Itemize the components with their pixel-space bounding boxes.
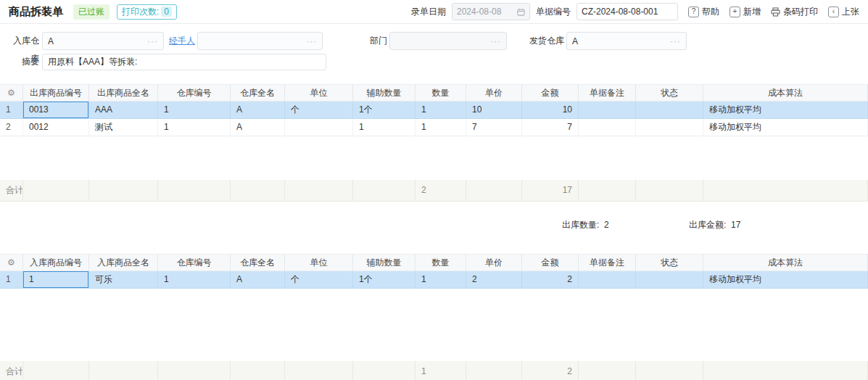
row-number: 2 [0, 119, 23, 136]
picker-ellipsis-icon[interactable]: ··· [670, 36, 681, 46]
cell-name[interactable]: 测试 [89, 119, 158, 136]
total-cell [158, 361, 231, 380]
help-button[interactable]: ? 帮助 [688, 6, 719, 18]
cell-qty[interactable]: 1 [416, 271, 466, 289]
printer-icon [771, 7, 780, 17]
cell-wh-name[interactable]: A [231, 271, 285, 289]
total-qty: 1 [416, 361, 466, 380]
total-amount: 2 [522, 361, 579, 380]
picker-ellipsis-icon[interactable]: ··· [147, 36, 158, 46]
cell-aux-qty[interactable]: 1个 [353, 271, 416, 289]
cell-wh-name[interactable]: A [231, 102, 285, 119]
cell-amount[interactable]: 10 [522, 102, 579, 119]
doc-no-value[interactable] [582, 7, 673, 17]
handler-value[interactable] [203, 36, 306, 46]
cell-cost-method[interactable]: 移动加权平均 [703, 271, 868, 289]
column-settings-gear-icon[interactable]: ⚙ [0, 84, 23, 102]
total-cell [703, 180, 868, 202]
col-header: 出库商品编号 [23, 84, 89, 102]
cell-status[interactable] [636, 119, 703, 136]
cell-code[interactable]: 0012 [23, 119, 89, 136]
cell-name[interactable]: 可乐 [89, 271, 158, 289]
out-warehouse-input[interactable]: ··· [566, 32, 687, 50]
record-date-input[interactable] [452, 3, 530, 20]
picker-ellipsis-icon[interactable]: ··· [490, 36, 501, 46]
total-cell [158, 180, 231, 202]
add-button[interactable]: + 新增 [729, 6, 761, 18]
table-row[interactable]: 1 0013 AAA 1 A 个 1个 1 10 10 移动加权平均 [0, 102, 868, 119]
handler-input[interactable]: ··· [197, 32, 323, 50]
cell-name[interactable]: AAA [89, 102, 158, 119]
col-header: 单价 [466, 254, 522, 271]
col-header: 单价 [466, 84, 522, 102]
row-number: 1 [0, 102, 23, 119]
print-count-badge: 打印次数: 0 [117, 4, 177, 20]
total-cell [285, 180, 353, 202]
cell-status[interactable] [636, 102, 703, 119]
cell-remark[interactable] [579, 102, 636, 119]
total-cell [23, 361, 89, 380]
out-amount-value: 17 [731, 220, 740, 230]
cell-cost-method[interactable]: 移动加权平均 [703, 119, 868, 136]
in-table: ⚙ 入库商品编号 入库商品全名 仓库编号 仓库全名 单位 辅助数量 数量 单价 … [0, 254, 868, 380]
record-date-value[interactable] [457, 7, 514, 17]
cell-qty[interactable]: 1 [416, 119, 466, 136]
in-warehouse-value[interactable] [48, 36, 147, 46]
row-number: 1 [0, 271, 23, 289]
cell-wh-name[interactable]: A [231, 119, 285, 136]
total-cell [579, 180, 636, 202]
cell-code[interactable]: 0013 [23, 102, 89, 119]
cell-remark[interactable] [579, 271, 636, 289]
total-cell [353, 361, 416, 380]
topbar-actions: 录单日期 单据编号 ? 帮助 + 新增 [411, 3, 859, 20]
prev-doc-label: 上张 [842, 6, 859, 18]
chevron-left-icon: ‹ [828, 7, 839, 17]
table-row[interactable]: 1 1 可乐 1 A 个 1个 1 2 2 移动加权平均 [0, 271, 868, 289]
cell-amount[interactable]: 2 [522, 271, 579, 289]
out-warehouse-value[interactable] [572, 36, 670, 46]
col-header: 仓库全名 [231, 254, 285, 271]
handler-link-label[interactable]: 经手人 [169, 32, 195, 50]
cell-amount[interactable]: 7 [522, 119, 579, 136]
summary-input[interactable] [42, 54, 326, 70]
cell-code[interactable]: 1 [23, 271, 89, 289]
cell-status[interactable] [636, 271, 703, 289]
cell-remark[interactable] [579, 119, 636, 136]
total-cell [231, 361, 285, 380]
cell-wh-code[interactable]: 1 [158, 271, 231, 289]
barcode-print-button[interactable]: 条码打印 [771, 6, 818, 18]
cell-wh-code[interactable]: 1 [158, 119, 231, 136]
cell-price[interactable]: 2 [466, 271, 522, 289]
cell-wh-code[interactable]: 1 [158, 102, 231, 119]
total-cell [636, 180, 703, 202]
cell-unit[interactable] [285, 119, 353, 136]
doc-no-label: 单据编号 [536, 6, 571, 18]
col-header: 辅助数量 [353, 254, 416, 271]
total-cell [231, 180, 285, 202]
in-warehouse-input[interactable]: ··· [42, 32, 164, 50]
cell-qty[interactable]: 1 [416, 102, 466, 119]
cell-aux-qty[interactable]: 1 [353, 119, 416, 136]
cell-cost-method[interactable]: 移动加权平均 [703, 102, 868, 119]
cell-unit[interactable]: 个 [285, 102, 353, 119]
department-value[interactable] [395, 36, 490, 46]
col-header: 单据备注 [579, 84, 636, 102]
col-header: 单据备注 [579, 254, 636, 271]
prev-doc-button[interactable]: ‹ 上张 [828, 6, 859, 18]
cell-price[interactable]: 10 [466, 102, 522, 119]
summary-label: 摘要 [20, 54, 39, 70]
cell-unit[interactable]: 个 [285, 271, 353, 289]
col-header: 金额 [522, 84, 579, 102]
department-input[interactable]: ··· [389, 32, 507, 50]
help-icon: ? [688, 7, 699, 17]
table-row[interactable]: 2 0012 测试 1 A 1 1 7 7 移动加权平均 [0, 119, 868, 136]
total-cell [353, 180, 416, 202]
cell-aux-qty[interactable]: 1个 [353, 102, 416, 119]
col-header: 成本算法 [703, 84, 868, 102]
cell-price[interactable]: 7 [466, 119, 522, 136]
table-empty-area [0, 136, 868, 180]
doc-no-input[interactable] [576, 3, 678, 20]
picker-ellipsis-icon[interactable]: ··· [306, 36, 317, 46]
summary-value[interactable] [48, 57, 321, 67]
column-settings-gear-icon[interactable]: ⚙ [0, 254, 23, 271]
